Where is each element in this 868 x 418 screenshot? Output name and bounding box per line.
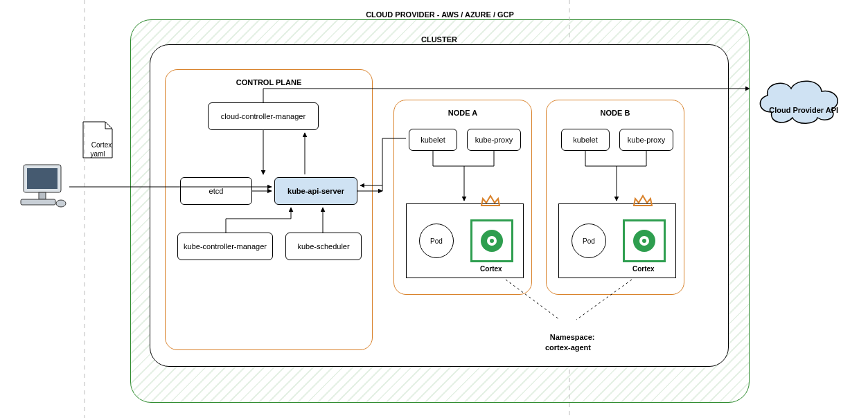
node-a-kubelet-label: kubelet (420, 136, 445, 144)
crown-icon (632, 194, 653, 208)
node-b-kubelet-box: kubelet (561, 129, 610, 151)
node-b-kubelet-label: kubelet (573, 136, 597, 144)
crown-icon (480, 194, 501, 208)
cortex-logo-icon (481, 230, 503, 252)
cortex-logo-icon (633, 230, 655, 252)
node-a-cortex-tile (470, 219, 513, 262)
node-b-kubeproxy-label: kube-proxy (628, 136, 665, 144)
node-b-title: NODE B (546, 108, 684, 118)
node-a-pod-label: Pod (430, 237, 443, 245)
node-b-pod-area: Pod Cortex (558, 203, 676, 278)
computer-icon (15, 161, 69, 215)
yaml-file-label: Cortex yaml (83, 131, 112, 167)
kube-api-server-label: kube-api-server (287, 187, 344, 195)
node-a-kubelet-box: kubelet (409, 129, 457, 151)
cloud-controller-manager-label: cloud-controller-manager (221, 112, 305, 120)
node-a-cortex-caption: Cortex (480, 265, 502, 273)
node-a-title: NODE A (393, 108, 532, 118)
etcd-label: etcd (209, 187, 224, 195)
svg-rect-2 (39, 192, 46, 199)
node-b-pod-label: Pod (583, 237, 595, 245)
node-b-cortex-caption: Cortex (632, 265, 655, 273)
node-b-kubeproxy-box: kube-proxy (619, 129, 673, 151)
node-a-pod-area: Pod Cortex (406, 203, 524, 278)
kube-scheduler-label: kube-scheduler (297, 242, 349, 251)
control-plane-title: CONTROL PLANE (165, 78, 373, 87)
svg-rect-3 (21, 199, 55, 205)
svg-rect-1 (27, 168, 57, 189)
cloud-controller-manager-box: cloud-controller-manager (208, 102, 319, 130)
namespace-label: Namespace: cortex-agent (526, 322, 610, 362)
etcd-box: etcd (180, 177, 252, 205)
kube-api-server-box: kube-api-server (274, 177, 357, 205)
node-b-cortex-tile (623, 219, 666, 262)
kube-controller-manager-label: kube-controller-manager (184, 242, 267, 251)
node-a-kubeproxy-box: kube-proxy (467, 129, 521, 151)
kube-controller-manager-box: kube-controller-manager (177, 233, 273, 260)
cloud-provider-api-label: Cloud Provider API (758, 96, 841, 125)
svg-point-4 (56, 200, 66, 207)
kube-scheduler-box: kube-scheduler (285, 233, 362, 260)
node-a-kubeproxy-label: kube-proxy (475, 136, 513, 144)
cluster-title: CLUSTER (150, 35, 729, 44)
cloud-provider-title: CLOUD PROVIDER - AWS / AZURE / GCP (130, 10, 750, 19)
node-a-pod-circle: Pod (419, 224, 454, 258)
node-b-pod-circle: Pod (572, 224, 606, 258)
